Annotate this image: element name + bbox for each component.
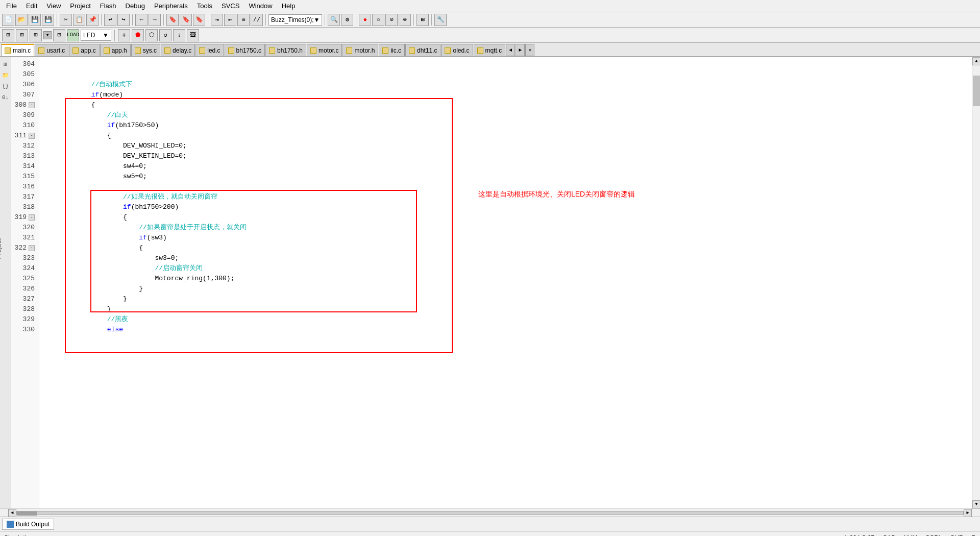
t2-dropdown1[interactable]: ▾ [43,31,52,39]
normal-308: { [43,101,95,109]
sidebar-icon-2[interactable]: 📁 [1,70,10,80]
tab-motor-c[interactable]: motor.c [307,44,342,56]
build-output-tab[interactable]: Build Output [2,519,54,530]
tab-sys-c[interactable]: sys.c [131,44,160,56]
bookmark2-button[interactable]: 🔖 [180,14,192,26]
cut-button[interactable]: ✂ [60,14,72,26]
t2-btn4[interactable]: ⊡ [53,29,65,41]
target-dropdown[interactable]: LED ▼ [81,30,111,41]
settings-button[interactable]: ⚙ [341,14,353,26]
save-button[interactable]: 💾 [29,14,41,26]
t2-btn1[interactable]: ⊞ [2,29,14,41]
t2-flash2[interactable]: ⬡ [145,29,158,41]
code-area[interactable]: //自动模式下 if(mode) { //白天 if(bh1750>50) { … [39,57,972,508]
t2-cursor[interactable]: ✛ [118,29,130,41]
tab-scroll-right[interactable]: ► [516,44,525,56]
t2-flash4[interactable]: ⇣ [173,29,185,41]
function-dropdown[interactable]: Buzz_Times(0); ▼ [268,14,322,26]
t2-btn2[interactable]: ⊞ [16,29,28,41]
tab-close[interactable]: ✕ [525,44,534,56]
right-scrollbar[interactable]: ▲ ▼ [972,57,980,508]
code-314: sw4=0; [39,161,972,172]
debug-btn1[interactable]: ⊘ [385,14,398,26]
window-btn[interactable]: ⊞ [416,14,429,26]
h-scroll-right-arrow[interactable]: ► [964,509,972,517]
tab-delay-c[interactable]: delay.c [161,44,195,56]
t2-flash1[interactable]: ⬟ [132,29,144,41]
target-label: LED [83,32,95,39]
nav-fwd-button[interactable]: → [149,14,161,26]
menu-edit[interactable]: Edit [22,1,41,11]
save-all-button[interactable]: 💾 [42,14,54,26]
redo-button[interactable]: ↪ [117,14,130,26]
tab-app-c[interactable]: app.c [69,44,99,56]
t2-load[interactable]: LOAD [67,29,79,41]
h-scrollbar[interactable]: ◄ ► [0,508,980,517]
t2-btn3[interactable]: ⊞ [30,29,42,41]
menu-debug[interactable]: Debug [121,1,149,11]
status-cap: CAP [883,534,895,537]
sep10 [431,14,432,26]
tab-main-c[interactable]: main.c [1,44,34,56]
debug-btn2[interactable]: ⊕ [399,14,411,26]
menu-file[interactable]: File [2,1,21,11]
menu-view[interactable]: View [42,1,65,11]
menu-help[interactable]: Help [278,1,300,11]
open-button[interactable]: 📂 [15,14,28,26]
fold-308[interactable]: - [29,102,35,108]
tab-led-c[interactable]: led.c [195,44,224,56]
code-320: //如果窗帘是处于开启状态，就关闭 [39,223,972,233]
menu-project[interactable]: Project [66,1,94,11]
sidebar-icon-1[interactable]: ⊞ [1,59,10,68]
scroll-up-arrow[interactable]: ▲ [972,57,980,65]
tab-iic-c[interactable]: iic.c [379,44,405,56]
menu-flash[interactable]: Flash [96,1,120,11]
tab-mqtt-c[interactable]: mqtt.c [474,44,506,56]
copy-button[interactable]: 📋 [73,14,85,26]
t2-flash3[interactable]: ↺ [159,29,172,41]
code-306: //自动模式下 [39,80,972,90]
unindent-button[interactable]: ⇤ [224,14,236,26]
nav-back-button[interactable]: ← [135,14,148,26]
tab-oled-c[interactable]: oled.c [441,44,473,56]
indent-button[interactable]: ⇥ [211,14,223,26]
bookmark1-button[interactable]: 🔖 [166,14,179,26]
tab-bh1750-h[interactable]: bh1750.h [265,44,306,56]
undo-button[interactable]: ↩ [104,14,116,26]
tab-app-h[interactable]: app.h [100,44,131,56]
t2-img[interactable]: 🖼 [187,29,199,41]
bookmark3-button[interactable]: 🔖 [193,14,205,26]
tab-bh1750-c[interactable]: bh1750.c [225,44,265,56]
comment-button[interactable]: // [251,14,263,26]
fold-319[interactable]: - [29,214,35,221]
sidebar-icon-3[interactable]: {} [1,82,10,91]
find-button[interactable]: 🔍 [328,14,340,26]
menu-peripherals[interactable]: Peripherals [150,1,192,11]
sidebar-icon-4[interactable]: 0↓ [1,93,10,102]
tab-motor-h[interactable]: motor.h [342,44,378,56]
stop-button[interactable]: ○ [372,14,384,26]
fold-322[interactable]: - [29,245,35,251]
scroll-down-arrow[interactable]: ▼ [972,500,980,508]
h-scroll-track[interactable] [16,511,964,515]
scroll-thumb[interactable] [973,76,980,106]
fold-311[interactable]: - [29,133,35,139]
tab-scroll-left[interactable]: ◄ [506,44,515,56]
toolbar1: 📄 📂 💾 💾 ✂ 📋 📌 ↩ ↪ ← → 🔖 🔖 🔖 ⇥ ⇤ ≡ // Buz… [0,12,980,28]
kw-if-307: if [43,91,99,99]
tools-btn2[interactable]: 🔧 [434,14,447,26]
format-button[interactable]: ≡ [237,14,250,26]
tab-dht11-c[interactable]: dht11.c [405,44,440,56]
menu-window[interactable]: Window [244,1,276,11]
menu-svcs[interactable]: SVCS [217,1,243,11]
new-button[interactable]: 📄 [2,14,14,26]
scroll-track[interactable] [972,65,980,500]
h-scroll-left-arrow[interactable]: ◄ [8,509,16,517]
line-318: 318 [11,202,39,212]
run-button[interactable]: ● [359,14,371,26]
tab-label-app-h: app.h [112,47,127,54]
menu-tools[interactable]: Tools [193,1,216,11]
tab-usart-c[interactable]: usart.c [35,44,68,56]
paste-button[interactable]: 📌 [86,14,99,26]
h-scroll-thumb[interactable] [17,511,37,516]
